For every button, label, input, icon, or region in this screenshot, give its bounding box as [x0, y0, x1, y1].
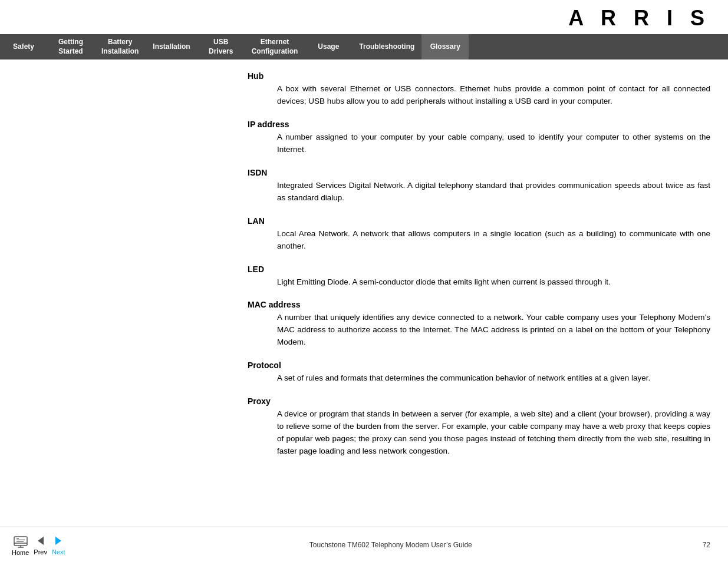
glossary-term: LED [248, 265, 710, 274]
glossary-entry: LEDLight Emitting Diode. A semi-conducto… [248, 265, 710, 289]
glossary-term: MAC address [248, 300, 710, 309]
arris-logo: A R R I S [0, 0, 728, 34]
glossary-term: IP address [248, 120, 710, 129]
svg-marker-8 [55, 537, 61, 545]
footer-title: Touchstone TM602 Telephony Modem User’s … [65, 541, 716, 549]
main-content: HubA box with several Ethernet or USB co… [0, 59, 728, 481]
glossary-term: Protocol [248, 361, 710, 370]
nav-item-usb-drivers[interactable]: USBDrivers [197, 34, 245, 59]
nav-item-battery-installation[interactable]: BatteryInstallation [94, 34, 146, 59]
glossary-entry: HubA box with several Ethernet or USB co… [248, 71, 710, 108]
footer: Home Prev Next Touchstone TM602 Telephon… [0, 527, 728, 562]
glossary-entry: IP addressA number assigned to your comp… [248, 120, 710, 156]
glossary-entry: ProxyA device or program that stands in … [248, 396, 710, 458]
glossary-entry: MAC addressA number that uniquely identi… [248, 300, 710, 349]
nav-item-installation[interactable]: Installation [146, 34, 197, 59]
nav-item-usage[interactable]: Usage [305, 34, 352, 59]
nav-bar: SafetyGettingStartedBatteryInstallationI… [0, 34, 728, 59]
prev-button[interactable]: Prev [34, 534, 47, 556]
glossary-definition: Integrated Services Digital Network. A d… [248, 180, 710, 204]
next-label: Next [52, 548, 65, 556]
next-button[interactable]: Next [52, 534, 65, 556]
footer-nav: Home Prev Next [12, 534, 65, 556]
glossary-definition: A number assigned to your computer by yo… [248, 131, 710, 156]
glossary-definition: Local Area Network. A network that allow… [248, 228, 710, 253]
glossary-term: Proxy [248, 396, 710, 406]
home-label: Home [12, 549, 29, 556]
glossary-term: LAN [248, 216, 710, 226]
prev-label: Prev [34, 548, 47, 556]
svg-marker-7 [38, 537, 44, 545]
nav-item-troubleshooting[interactable]: Troubleshooting [352, 34, 421, 59]
nav-item-getting-started[interactable]: GettingStarted [47, 34, 94, 59]
home-button[interactable]: Home [12, 534, 29, 556]
nav-item-ethernet-configuration[interactable]: EthernetConfiguration [245, 34, 305, 59]
glossary-entry: ISDNIntegrated Services Digital Network.… [248, 168, 710, 204]
glossary-definition: A number that uniquely identifies any de… [248, 312, 710, 349]
glossary-entry: LANLocal Area Network. A network that al… [248, 216, 710, 253]
nav-item-safety[interactable]: Safety [0, 34, 47, 59]
glossary-definition: A device or program that stands in betwe… [248, 408, 710, 458]
glossary-definition: A set of rules and formats that determin… [248, 372, 710, 385]
nav-item-glossary[interactable]: Glossary [421, 34, 469, 59]
glossary-definition: Light Emitting Diode. A semi-conductor d… [248, 276, 710, 289]
glossary-term: ISDN [248, 168, 710, 177]
glossary-entry: ProtocolA set of rules and formats that … [248, 361, 710, 385]
footer-page-number: 72 [703, 541, 710, 549]
glossary-term: Hub [248, 71, 710, 81]
glossary-definition: A box with several Ethernet or USB conne… [248, 83, 710, 108]
